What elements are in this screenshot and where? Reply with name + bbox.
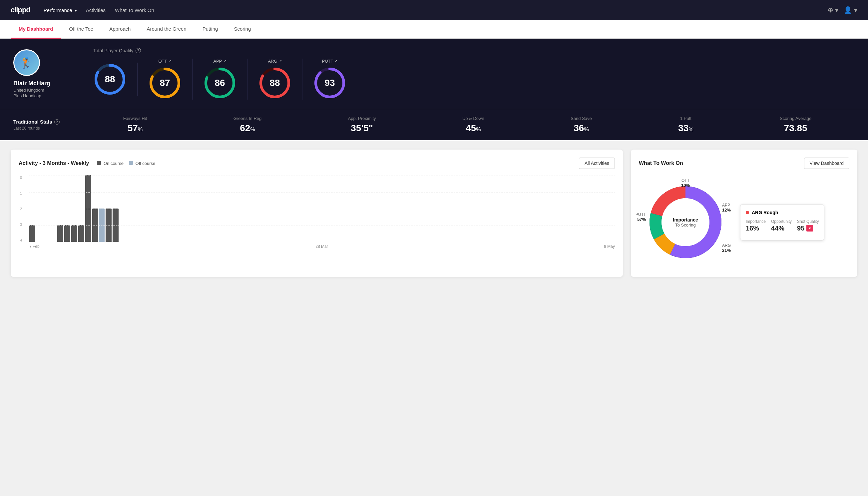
nav-links: Performance ▾ Activities What To Work On	[44, 7, 154, 13]
stat-greens-in-reg: Greens In Reg 62%	[234, 116, 262, 134]
metric-shot-quality: Shot Quality 95 ▼	[797, 219, 819, 232]
stat-label-app-prox: App. Proximity	[348, 116, 376, 121]
logo[interactable]: clippd	[11, 6, 30, 14]
grid-line-2	[29, 209, 615, 209]
gauge-value-ott: 87	[160, 78, 170, 88]
help-icon[interactable]: ?	[136, 48, 141, 53]
donut-label-app: APP 12%	[722, 203, 731, 213]
stat-app-proximity: App. Proximity 35'5"	[348, 116, 376, 134]
gauges-row: 88 OTT ↗ 87	[93, 59, 855, 99]
player-info: 🏌️ Blair McHarg United Kingdom Plus Hand…	[13, 49, 80, 98]
donut-label-putt: PUTT 57%	[635, 212, 646, 222]
grid-line-4	[29, 175, 615, 176]
gauge-putt: PUTT ↗ 93	[302, 59, 357, 99]
gauge-value-app: 86	[215, 78, 225, 88]
legend: On course Off course	[97, 161, 155, 166]
add-icon[interactable]: ⊕ ▾	[828, 6, 839, 14]
tooltip-dot	[746, 211, 749, 214]
legend-off-course: Off course	[129, 161, 155, 166]
stat-value-app-prox: 35'5"	[348, 123, 376, 134]
trend-arrow-app: ↗	[223, 59, 226, 63]
svg-point-11	[259, 82, 262, 84]
grid-line-3	[29, 192, 615, 192]
trend-arrow-ott: ↗	[169, 59, 172, 63]
donut-label-arg: ARG 21%	[722, 243, 731, 253]
gauge-circle-total: 88	[93, 63, 127, 96]
tab-around-the-green[interactable]: Around the Green	[139, 20, 194, 38]
quality-title: Total Player Quality ?	[93, 48, 855, 53]
stat-sand-save: Sand Save 36%	[571, 116, 592, 134]
avatar: 🏌️	[13, 49, 40, 76]
wtwo-title: What To Work On	[639, 160, 683, 166]
header-right: ⊕ ▾ 👤 ▾	[828, 6, 857, 14]
tab-approach[interactable]: Approach	[101, 20, 139, 38]
all-activities-button[interactable]: All Activities	[579, 158, 615, 169]
what-to-work-on-card: What To Work On View Dashboard	[631, 150, 857, 277]
stat-label-updown: Up & Down	[462, 116, 484, 121]
player-name: Blair McHarg	[13, 80, 80, 87]
view-dashboard-button[interactable]: View Dashboard	[804, 158, 849, 169]
stat-fairways-hit: Fairways Hit 57%	[123, 116, 147, 134]
player-country: United Kingdom	[13, 88, 80, 93]
activity-card: Activity - 3 Months - Weekly On course O…	[11, 150, 623, 277]
gauge-arg: ARG ↗ 88	[248, 59, 302, 99]
chart-wrapper: 4 3 2 1 0 7 Feb 28 Mar 9 May	[29, 175, 615, 249]
stats-subtitle: Last 20 rounds	[13, 126, 80, 130]
stat-one-putt: 1 Putt 33%	[678, 116, 693, 134]
gauge-total: 88	[93, 63, 138, 96]
y-axis-labels: 4 3 2 1 0	[20, 175, 22, 242]
tooltip-card: ARG Rough Importance 16% Opportunity 44%…	[740, 204, 824, 241]
tab-putting[interactable]: Putting	[194, 20, 226, 38]
donut-label-ott: OTT 10%	[681, 178, 690, 188]
tab-my-dashboard[interactable]: My Dashboard	[11, 20, 61, 38]
tooltip-title: ARG Rough	[746, 210, 819, 215]
trend-arrow-arg: ↗	[279, 59, 282, 63]
gauge-circle-arg: 88	[258, 66, 291, 99]
bar-chart: 7 Feb 28 Mar 9 May	[29, 175, 615, 249]
wtwo-inner: Importance To Scoring OTT 10% APP 12% AR…	[639, 175, 849, 269]
grid-line-1	[29, 226, 615, 226]
tab-scoring[interactable]: Scoring	[226, 20, 259, 38]
stats-grid: Fairways Hit 57% Greens In Reg 62% App. …	[80, 116, 855, 134]
stat-scoring-avg: Scoring Average 73.85	[780, 116, 811, 134]
tooltip-metrics: Importance 16% Opportunity 44% Shot Qual…	[746, 219, 819, 232]
off-course-dot	[129, 161, 133, 165]
stat-label-sand: Sand Save	[571, 116, 592, 121]
stat-label-gir: Greens In Reg	[234, 116, 262, 121]
user-icon[interactable]: 👤 ▾	[844, 6, 857, 14]
stats-help-icon[interactable]: ?	[54, 119, 60, 125]
gauge-value-putt: 93	[325, 78, 335, 88]
gauge-circle-ott: 87	[148, 66, 182, 99]
svg-point-14	[314, 82, 317, 84]
stat-value-scoring: 73.85	[780, 123, 811, 134]
logo-text: clippd	[11, 6, 30, 14]
metric-importance: Importance 16%	[746, 219, 766, 232]
gauge-app: APP ↗ 86	[192, 59, 248, 99]
trend-arrow-putt: ↗	[334, 59, 337, 63]
on-course-dot	[97, 161, 101, 165]
stat-value-fairways: 57%	[123, 123, 147, 134]
shot-quality-badge: ▼	[806, 225, 813, 232]
metric-opportunity: Opportunity 44%	[771, 219, 792, 232]
gauge-value-total: 88	[105, 74, 115, 84]
stats-title-text: Traditional Stats	[13, 119, 52, 125]
quality-section: Total Player Quality ? 88	[93, 48, 855, 99]
tabs-bar: My Dashboard Off the Tee Approach Around…	[0, 20, 868, 38]
stat-value-sand: 36%	[571, 123, 592, 134]
player-section: 🏌️ Blair McHarg United Kingdom Plus Hand…	[0, 38, 868, 109]
nav-activities[interactable]: Activities	[86, 7, 106, 13]
nav-what-to-work-on[interactable]: What To Work On	[115, 7, 154, 13]
gauge-ott: OTT ↗ 87	[138, 59, 192, 99]
stat-value-oneputt: 33%	[678, 123, 693, 134]
svg-point-8	[205, 82, 207, 84]
legend-on-course: On course	[97, 161, 124, 166]
wtwo-card-header: What To Work On View Dashboard	[639, 158, 849, 169]
donut-center: Importance To Scoring	[673, 217, 698, 228]
donut-chart: Importance To Scoring OTT 10% APP 12% AR…	[639, 175, 732, 269]
nav-performance[interactable]: Performance ▾	[44, 7, 77, 13]
player-handicap: Plus Handicap	[13, 93, 80, 98]
activity-card-header: Activity - 3 Months - Weekly On course O…	[19, 158, 615, 169]
stat-value-gir: 62%	[234, 123, 262, 134]
stat-label-oneputt: 1 Putt	[678, 116, 693, 121]
tab-off-the-tee[interactable]: Off the Tee	[61, 20, 101, 38]
